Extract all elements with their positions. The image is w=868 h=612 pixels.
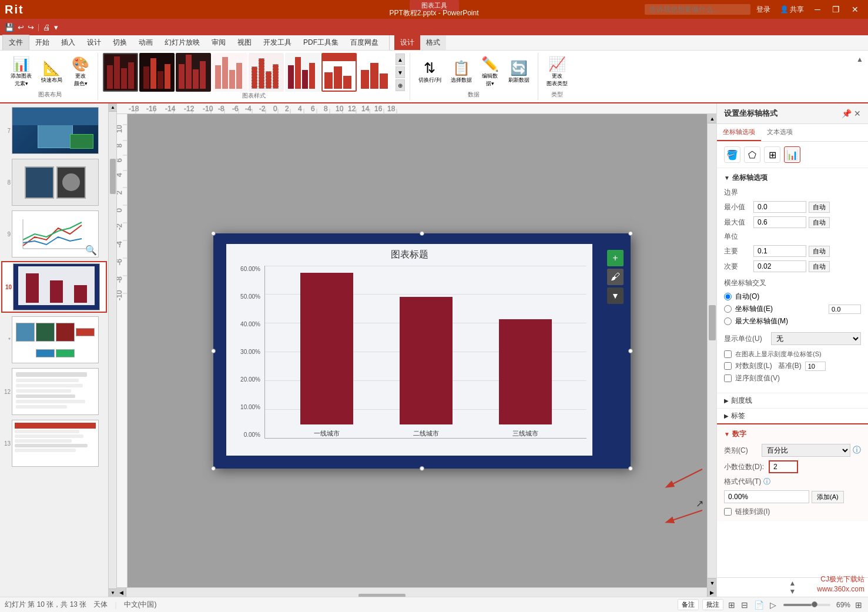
sel-handle-tl[interactable]: [211, 231, 216, 236]
tab-slideshow[interactable]: 幻灯片放映: [159, 35, 206, 50]
max-auto-btn[interactable]: 自动: [809, 217, 830, 228]
chart-filter-btn[interactable]: ▼: [607, 287, 624, 304]
panel-pin-btn[interactable]: 📌: [842, 109, 852, 118]
view-slideshow-btn[interactable]: ▷: [769, 599, 777, 611]
max-value-input[interactable]: [753, 216, 806, 228]
tab-developer[interactable]: 开发工具: [257, 35, 297, 50]
tab-animation[interactable]: 动画: [133, 35, 159, 50]
canvas-scroll-right[interactable]: ▶: [707, 588, 716, 597]
panel-scroll-up[interactable]: ▲: [789, 579, 796, 587]
close-btn[interactable]: ✕: [847, 4, 863, 15]
share-btn[interactable]: 👤共享: [776, 4, 807, 16]
panel-scroll-down[interactable]: ▼: [789, 587, 796, 596]
restore-btn[interactable]: ❐: [827, 4, 844, 15]
add-element-btn[interactable]: +: [607, 250, 624, 266]
chart-style-3[interactable]: [176, 53, 211, 92]
canvas-hscrollbar[interactable]: ◀ ▶: [117, 587, 716, 597]
slide-item-13[interactable]: 13: [1, 419, 107, 468]
search-input[interactable]: [645, 4, 750, 15]
chart-style-8[interactable]: [358, 53, 393, 92]
sel-handle-bl[interactable]: [211, 466, 216, 471]
scroll-down-btn[interactable]: ▼: [109, 588, 117, 597]
view-sorter-btn[interactable]: ⊟: [740, 599, 749, 611]
view-reading-btn[interactable]: 📄: [753, 599, 765, 611]
panel-icon-fill[interactable]: 🪣: [724, 146, 740, 163]
add-format-btn[interactable]: 添加(A): [812, 491, 844, 503]
add-chart-elem-btn[interactable]: 📊 添加图表元素▾: [7, 55, 35, 89]
tab-transition[interactable]: 切换: [107, 35, 133, 50]
sel-handle-br[interactable]: [628, 466, 633, 471]
minor-value-input[interactable]: [753, 260, 806, 272]
major-auto-btn[interactable]: 自动: [809, 246, 830, 257]
bar-1[interactable]: [300, 273, 353, 424]
cross-axis-radio[interactable]: [724, 305, 732, 313]
save-qa-btn[interactable]: 💾: [5, 23, 14, 32]
link-source-checkbox[interactable]: [724, 508, 732, 516]
tab-pdf[interactable]: PDF工具集: [297, 35, 344, 50]
slide-item-7[interactable]: 7: [1, 106, 107, 155]
collapse-ribbon-btn[interactable]: ▲: [854, 53, 866, 100]
number-section-header[interactable]: ▼ 数字: [724, 429, 861, 439]
chart-style-4[interactable]: [212, 53, 247, 92]
tab-view[interactable]: 视图: [232, 35, 257, 50]
panel-icon-shape[interactable]: ⬠: [744, 146, 760, 163]
reverse-checkbox[interactable]: [724, 374, 732, 382]
canvas-scroll-left[interactable]: ◀: [117, 588, 126, 597]
quick-layout-btn[interactable]: 📐 快速布局: [38, 59, 66, 85]
slide-item-11[interactable]: *: [1, 315, 107, 364]
chart-styles-scroll[interactable]: ▲ ▼ ⊕: [396, 53, 405, 91]
fit-slide-btn[interactable]: ⊞: [854, 599, 863, 611]
notes-btn[interactable]: 备注: [678, 599, 699, 610]
slide-item-10[interactable]: 10: [1, 261, 107, 313]
tab-insert[interactable]: 插入: [55, 35, 81, 50]
panel-icon-chart[interactable]: 📊: [784, 146, 800, 163]
axis-options-header[interactable]: ▼ 坐标轴选项: [724, 173, 861, 183]
print-btn[interactable]: 🖨: [43, 23, 51, 32]
show-unit-checkbox[interactable]: [724, 350, 732, 358]
slide-item-8[interactable]: 8: [1, 158, 107, 207]
minimize-btn[interactable]: ─: [810, 4, 825, 15]
display-unit-select[interactable]: 无: [771, 332, 861, 345]
zoom-slider[interactable]: [783, 604, 830, 606]
chart-style-2[interactable]: [139, 53, 175, 92]
canvas-vscrollbar[interactable]: ▲ ▼: [707, 114, 716, 587]
min-auto-btn[interactable]: 自动: [809, 202, 830, 213]
comments-btn[interactable]: 批注: [702, 599, 723, 610]
bar-2[interactable]: [400, 297, 453, 424]
chart-tab-design[interactable]: 设计: [394, 35, 420, 50]
panel-close-btn[interactable]: ✕: [854, 109, 861, 118]
slide-panel-scrollbar[interactable]: ▲ ▼: [109, 103, 117, 597]
chart-style-btn[interactable]: 🖌: [607, 269, 624, 285]
cross-max-radio[interactable]: [724, 317, 732, 325]
canvas-scroll-down[interactable]: ▼: [708, 578, 716, 587]
cross-auto-radio[interactable]: [724, 293, 732, 300]
switch-row-col-btn[interactable]: ⇅ 切换行/列: [415, 59, 445, 85]
chart-style-1[interactable]: [103, 53, 138, 92]
scroll-up-btn[interactable]: ▲: [109, 103, 117, 112]
chart-style-6[interactable]: [285, 53, 320, 92]
chart-style-5[interactable]: [249, 53, 284, 92]
tab-home[interactable]: 开始: [29, 35, 55, 50]
chart-style-7[interactable]: [321, 53, 357, 92]
major-value-input[interactable]: [753, 245, 806, 257]
select-data-btn[interactable]: 📋 选择数据: [447, 59, 475, 85]
format-code-input[interactable]: [724, 490, 809, 503]
slide-item-9[interactable]: 9 🔍: [1, 209, 107, 259]
change-chart-type-btn[interactable]: 📈 更改图表类型: [543, 55, 571, 89]
sel-handle-tr[interactable]: [628, 231, 633, 236]
redo-btn[interactable]: ↪: [28, 23, 34, 32]
panel-tab-axis[interactable]: 坐标轴选项: [717, 124, 761, 141]
category-select[interactable]: 百分比: [762, 444, 850, 457]
tab-baidu[interactable]: 百度网盘: [344, 35, 384, 50]
minor-auto-btn[interactable]: 自动: [809, 261, 830, 272]
slide-item-12[interactable]: 12: [1, 367, 107, 416]
log-scale-checkbox[interactable]: [724, 362, 732, 370]
change-color-btn[interactable]: 🎨 更改颜色▾: [68, 55, 93, 89]
chart-tab-format[interactable]: 格式: [420, 35, 446, 50]
labels-header[interactable]: ▶ 标签: [724, 411, 861, 421]
tab-design[interactable]: 设计: [81, 35, 107, 50]
sel-handle-bc[interactable]: [420, 466, 424, 471]
min-value-input[interactable]: [753, 201, 806, 213]
qa-more-btn[interactable]: ▾: [54, 23, 58, 32]
log-base-input[interactable]: [805, 362, 826, 371]
